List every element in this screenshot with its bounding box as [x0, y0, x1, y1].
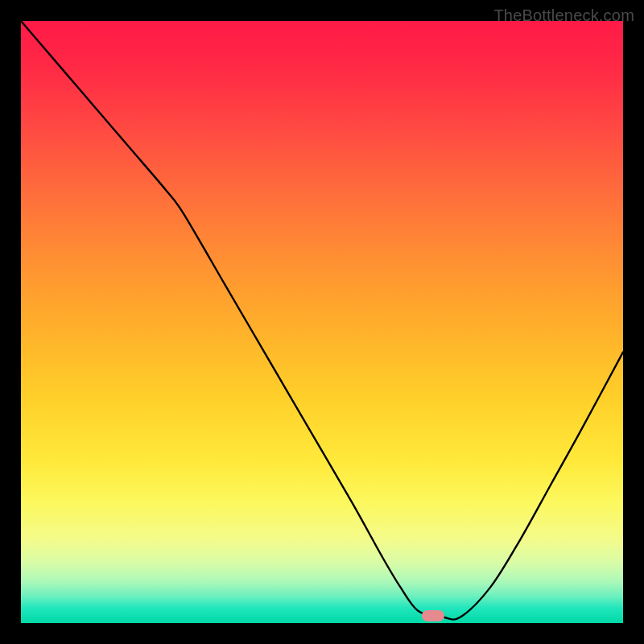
chart-plot-area — [21, 21, 623, 623]
watermark-text: TheBottleneck.com — [493, 6, 634, 25]
bottleneck-curve — [21, 21, 623, 623]
optimal-point-marker — [422, 610, 444, 621]
